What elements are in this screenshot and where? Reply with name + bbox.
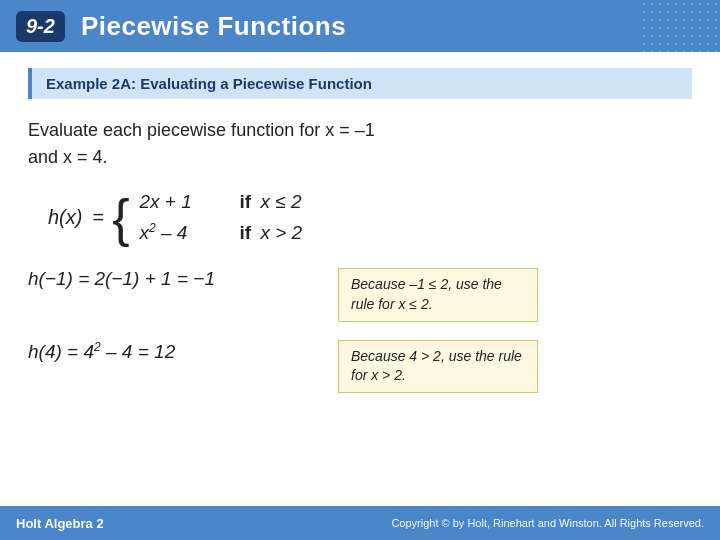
eval-2-note: Because 4 > 2, use the rule for x > 2. (338, 340, 538, 393)
header-pattern (640, 0, 720, 52)
eval-1-math: h(−1) = 2(−1) + 1 = −1 (28, 268, 308, 290)
evaluation-2: h(4) = 42 – 4 = 12 Because 4 > 2, use th… (28, 340, 692, 393)
eval-1-note: Because –1 ≤ 2, use the rule for x ≤ 2. (338, 268, 538, 321)
intro-line1: Evaluate each piecewise function for x =… (28, 120, 375, 140)
case-2: x2 – 4 if x > 2 (140, 221, 303, 244)
footer-copyright: Copyright © by Holt, Rinehart and Winsto… (391, 517, 704, 529)
eval-2-math: h(4) = 42 – 4 = 12 (28, 340, 308, 363)
case-1-expr: 2x + 1 (140, 191, 240, 213)
case-1: 2x + 1 if x ≤ 2 (140, 191, 303, 213)
case-2-condition: if x > 2 (240, 222, 303, 244)
page-header: 9-2 Piecewise Functions (0, 0, 720, 52)
page-title: Piecewise Functions (81, 11, 346, 42)
piecewise-cases: 2x + 1 if x ≤ 2 x2 – 4 if x > 2 (140, 191, 303, 244)
brace-container: { 2x + 1 if x ≤ 2 x2 – 4 if x > 2 (112, 191, 302, 244)
left-brace: { (112, 192, 129, 244)
function-name: h(x) (48, 206, 82, 229)
case-1-condition: if x ≤ 2 (240, 191, 302, 213)
main-content: Example 2A: Evaluating a Piecewise Funct… (0, 52, 720, 421)
equals-sign: = (92, 206, 104, 229)
function-definition: h(x) = { 2x + 1 if x ≤ 2 x2 – 4 if x > 2 (48, 191, 692, 244)
case-2-expr: x2 – 4 (140, 221, 240, 244)
intro-text: Evaluate each piecewise function for x =… (28, 117, 692, 171)
intro-line2: and x = 4. (28, 147, 108, 167)
footer-brand: Holt Algebra 2 (16, 516, 104, 531)
page-footer: Holt Algebra 2 Copyright © by Holt, Rine… (0, 506, 720, 540)
example-banner: Example 2A: Evaluating a Piecewise Funct… (28, 68, 692, 99)
section-badge: 9-2 (16, 11, 65, 42)
evaluation-1: h(−1) = 2(−1) + 1 = −1 Because –1 ≤ 2, u… (28, 268, 692, 321)
